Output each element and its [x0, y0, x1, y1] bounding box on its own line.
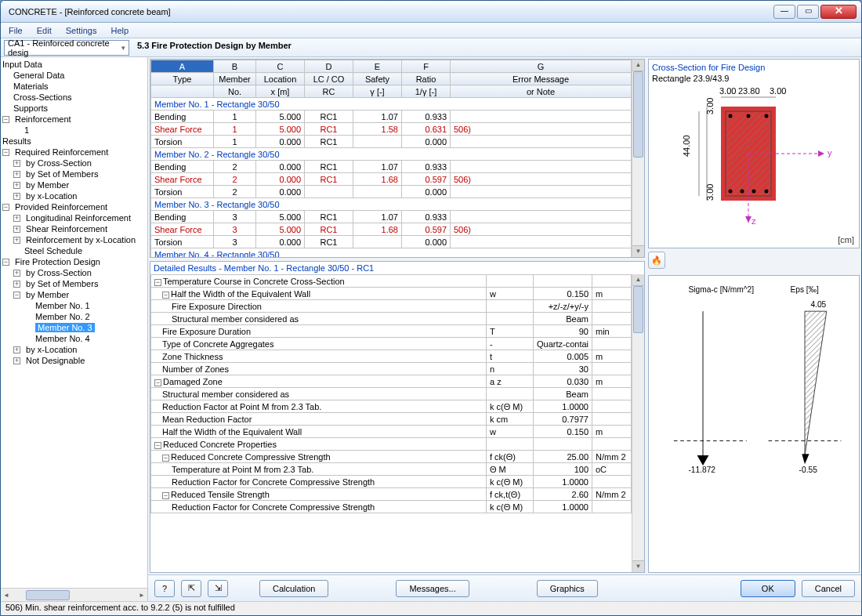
svg-text:-0.55: -0.55	[799, 466, 818, 474]
tree-reinforcement[interactable]: − Reinforcement	[2, 114, 146, 125]
svg-marker-32	[802, 454, 809, 464]
svg-text:3.00: 3.00	[770, 86, 786, 96]
fire-icon-button[interactable]: 🔥	[648, 252, 665, 269]
export-icon[interactable]: ⇲	[208, 580, 228, 597]
svg-point-6	[729, 190, 733, 194]
titlebar: CONCRETE - [Reinforced concrete beam] — …	[1, 1, 861, 23]
cancel-button[interactable]: Cancel	[802, 580, 855, 597]
sigma-eps-diagram: Sigma-c [N/mm^2] Eps [‰] 4.05 -11.872 -0…	[648, 275, 860, 573]
svg-point-8	[752, 190, 756, 194]
menu-settings[interactable]: Settings	[60, 24, 103, 37]
window-title: CONCRETE - [Reinforced concrete beam]	[5, 7, 773, 16]
svg-text:44.00: 44.00	[682, 135, 691, 157]
menu-file[interactable]: File	[2, 24, 29, 37]
tree-reinf-by-x[interactable]: + Reinforcement by x-Location	[2, 234, 146, 245]
tree-steel[interactable]: Steel Schedule	[2, 245, 146, 256]
graphics-button[interactable]: Graphics	[537, 580, 598, 597]
tree-fire-by-x[interactable]: + by x-Location	[2, 344, 146, 355]
tree-not-designable[interactable]: + Not Designable	[2, 355, 146, 366]
details-table[interactable]: Detailed Results - Member No. 1 - Rectan…	[150, 261, 645, 573]
svg-text:z: z	[752, 216, 756, 226]
svg-text:3.00: 3.00	[705, 98, 715, 114]
svg-marker-20	[818, 150, 824, 157]
menu-edit[interactable]: Edit	[31, 24, 58, 37]
details-vscroll[interactable]	[632, 274, 644, 572]
minimize-button[interactable]: —	[773, 5, 795, 19]
svg-text:23.80: 23.80	[738, 86, 760, 96]
cross-section-title: Cross-Section for Fire Design	[652, 63, 856, 72]
tree-general[interactable]: General Data	[2, 70, 146, 81]
svg-text:Eps [‰]: Eps [‰]	[790, 285, 818, 294]
svg-marker-28	[697, 455, 709, 466]
tree-fire-by-set[interactable]: + by Set of Members	[2, 278, 146, 289]
cross-section-sub: Rectangle 23.9/43.9	[652, 74, 856, 83]
tree-by-cs[interactable]: + by Cross-Section	[2, 158, 146, 168]
tree-by-member[interactable]: + by Member	[2, 179, 146, 190]
help-icon[interactable]: ?	[154, 580, 175, 597]
svg-text:-11.872: -11.872	[688, 466, 715, 474]
menubar: File Edit Settings Help	[1, 23, 861, 38]
tree-m3[interactable]: Member No. 3	[2, 322, 146, 333]
svg-point-9	[765, 190, 769, 194]
tree-input-data[interactable]: Input Data	[2, 59, 146, 70]
menu-help[interactable]: Help	[104, 24, 135, 37]
svg-point-7	[741, 190, 744, 194]
details-title: Detailed Results - Member No. 1 - Rectan…	[150, 262, 644, 274]
svg-marker-31	[805, 311, 827, 455]
tree-provided-reinf[interactable]: − Provided Reinforcement	[2, 201, 146, 212]
close-button[interactable]: ✕	[820, 5, 857, 19]
navigation-tree[interactable]: Input Data General Data Materials Cross-…	[1, 57, 147, 588]
svg-text:3.00: 3.00	[705, 184, 715, 201]
tree-by-x[interactable]: + by x-Location	[2, 190, 146, 201]
svg-text:y: y	[828, 148, 832, 158]
tree-m1[interactable]: Member No. 1	[2, 300, 146, 311]
results-table[interactable]: A BC DE FG TypeMemberLocationLC / COSafe…	[150, 59, 645, 258]
ok-button[interactable]: OK	[741, 580, 795, 597]
tree-shear-reinf[interactable]: + Shear Reinforcement	[2, 223, 146, 234]
tree-materials[interactable]: Materials	[2, 81, 146, 92]
tree-cross-sections[interactable]: Cross-Sections	[2, 92, 146, 103]
status-bar: 506) Min. shear reinforcement acc. to 9.…	[1, 601, 861, 615]
svg-text:3.00: 3.00	[719, 86, 736, 96]
tree-supports[interactable]: Supports	[2, 103, 146, 114]
import-icon[interactable]: ⇱	[181, 580, 201, 597]
messages-button[interactable]: Messages...	[396, 580, 469, 597]
tree-long-reinf[interactable]: + Longitudinal Reinforcement	[2, 212, 146, 223]
svg-marker-23	[745, 216, 752, 223]
svg-text:Sigma-c [N/mm^2]: Sigma-c [N/mm^2]	[688, 285, 754, 294]
svg-point-4	[747, 114, 751, 118]
tree-results[interactable]: Results	[2, 136, 146, 147]
tree-fire-design[interactable]: − Fire Protection Design	[2, 256, 146, 267]
tree-hscroll[interactable]	[1, 588, 147, 601]
tree-required-reinf[interactable]: − Required Reinforcement	[2, 147, 146, 158]
tree-m4[interactable]: Member No. 4	[2, 333, 146, 344]
tree-reinf-1[interactable]: 1	[2, 125, 146, 136]
tree-fire-by-member[interactable]: − by Member	[2, 289, 146, 300]
svg-point-3	[729, 114, 733, 118]
svg-text:4.05: 4.05	[810, 300, 826, 309]
tree-m2[interactable]: Member No. 2	[2, 311, 146, 322]
table-vscroll[interactable]	[632, 60, 644, 257]
calculation-button[interactable]: Calculation	[259, 580, 328, 597]
maximize-button[interactable]: ▭	[797, 5, 819, 19]
cross-section-view: Cross-Section for Fire Design Rectangle …	[648, 59, 860, 248]
svg-point-5	[765, 114, 769, 118]
case-selector[interactable]: CA1 - Reinforced concrete desig	[4, 40, 129, 56]
tree-by-set[interactable]: + by Set of Members	[2, 168, 146, 179]
tree-fire-by-cs[interactable]: + by Cross-Section	[2, 267, 146, 278]
panel-title: 5.3 Fire Protection Design by Member	[132, 38, 861, 56]
